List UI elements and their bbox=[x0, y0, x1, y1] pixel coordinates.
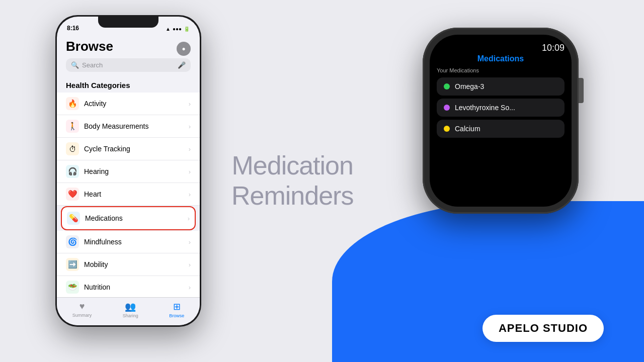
levo-dot bbox=[444, 105, 450, 111]
wifi-icon: ▲ bbox=[166, 26, 171, 32]
phone-mockup: 8:16 ▲ ●●● 🔋 Browse ● � bbox=[55, 15, 201, 327]
studio-badge: APELO STUDIO bbox=[482, 315, 604, 342]
summary-tab-icon: ♥ bbox=[79, 301, 85, 312]
list-item-mindfulness[interactable]: 🌀 Mindfulness › bbox=[57, 231, 200, 253]
watch-mockup: 10:09 Medications Your Medications Omega… bbox=[423, 28, 579, 214]
heart-label: Heart bbox=[84, 190, 189, 198]
activity-label: Activity bbox=[84, 100, 189, 108]
watch-body: 10:09 Medications Your Medications Omega… bbox=[423, 28, 579, 214]
section-header: Health Categories bbox=[57, 79, 200, 93]
tab-browse[interactable]: ⊞ Browse bbox=[169, 301, 184, 318]
studio-label: APELO STUDIO bbox=[499, 322, 588, 334]
phone-screen: 8:16 ▲ ●●● 🔋 Browse ● � bbox=[57, 17, 200, 325]
calcium-dot bbox=[444, 126, 450, 132]
app-content: Browse ● 🔍 Search 🎤 Health Categories bbox=[57, 35, 200, 297]
status-icons: ▲ ●●● 🔋 bbox=[166, 26, 190, 32]
list-item-body-measurements[interactable]: 🚶 Body Measurements › bbox=[57, 115, 200, 138]
signal-icon: ●●● bbox=[173, 26, 182, 32]
med-card-omega3[interactable]: Omega-3 bbox=[437, 77, 565, 96]
center-text-block: Medication Reminders bbox=[231, 151, 353, 211]
activity-icon: 🔥 bbox=[66, 97, 79, 110]
summary-tab-label: Summary bbox=[72, 313, 92, 318]
list-item-activity[interactable]: 🔥 Activity › bbox=[57, 93, 200, 115]
omega3-dot bbox=[444, 83, 450, 89]
cycle-tracking-label: Cycle Tracking bbox=[84, 145, 189, 153]
levo-name: Levothyroxine So... bbox=[455, 104, 515, 112]
chevron-icon: › bbox=[189, 191, 191, 198]
health-list: 🔥 Activity › 🚶 Body Measurements › ⏱ Cyc… bbox=[57, 93, 200, 297]
hearing-icon: 🎧 bbox=[66, 165, 79, 178]
chevron-icon: › bbox=[189, 261, 191, 268]
chevron-icon: › bbox=[189, 100, 191, 108]
list-item-cycle-tracking[interactable]: ⏱ Cycle Tracking › bbox=[57, 138, 200, 160]
tab-sharing[interactable]: 👥 Sharing bbox=[123, 301, 138, 318]
mindfulness-icon: 🌀 bbox=[66, 235, 79, 248]
mindfulness-label: Mindfulness bbox=[84, 238, 189, 246]
profile-button[interactable]: ● bbox=[177, 42, 191, 56]
chevron-icon: › bbox=[189, 238, 191, 246]
tab-summary[interactable]: ♥ Summary bbox=[72, 301, 92, 318]
body-measurements-label: Body Measurements bbox=[84, 122, 189, 130]
chevron-icon: › bbox=[189, 123, 191, 130]
browse-tab-label: Browse bbox=[169, 313, 184, 318]
chevron-icon: › bbox=[189, 284, 191, 291]
hearing-label: Hearing bbox=[84, 167, 189, 175]
medication-title-line2: Reminders bbox=[231, 181, 353, 211]
omega3-name: Omega-3 bbox=[455, 82, 484, 90]
list-item-mobility[interactable]: ➡️ Mobility › bbox=[57, 253, 200, 276]
tab-bar: ♥ Summary 👥 Sharing ⊞ Browse bbox=[57, 297, 200, 325]
mobility-label: Mobility bbox=[84, 260, 189, 268]
medications-label: Medications bbox=[85, 214, 188, 222]
body-measurements-icon: 🚶 bbox=[66, 120, 79, 133]
mobility-icon: ➡️ bbox=[66, 258, 79, 271]
sharing-tab-label: Sharing bbox=[123, 313, 138, 318]
phone-body: 8:16 ▲ ●●● 🔋 Browse ● � bbox=[55, 15, 201, 327]
nutrition-icon: 🥗 bbox=[66, 281, 79, 294]
search-placeholder-text: Search bbox=[82, 61, 175, 69]
med-card-levo[interactable]: Levothyroxine So... bbox=[437, 99, 565, 117]
profile-icon: ● bbox=[182, 45, 185, 52]
list-item-heart[interactable]: ❤️ Heart › bbox=[57, 183, 200, 206]
status-time: 8:16 bbox=[67, 25, 79, 32]
phone-notch bbox=[98, 17, 158, 28]
search-icon: 🔍 bbox=[71, 61, 79, 69]
list-item-hearing[interactable]: 🎧 Hearing › bbox=[57, 160, 200, 183]
chevron-icon: › bbox=[188, 215, 190, 222]
nutrition-label: Nutrition bbox=[84, 283, 189, 291]
heart-icon: ❤️ bbox=[66, 188, 79, 201]
list-item-medications[interactable]: 💊 Medications › bbox=[61, 206, 196, 230]
battery-icon: 🔋 bbox=[184, 26, 190, 32]
watch-subtitle: Your Medications bbox=[437, 67, 565, 73]
browse-tab-icon: ⊞ bbox=[173, 301, 181, 312]
watch-crown bbox=[579, 78, 584, 103]
browse-header-row: Browse ● bbox=[66, 39, 191, 58]
watch-screen: 10:09 Medications Your Medications Omega… bbox=[430, 35, 572, 207]
medications-icon: 💊 bbox=[67, 212, 80, 225]
watch-time: 10:09 bbox=[437, 43, 565, 53]
cycle-tracking-icon: ⏱ bbox=[66, 142, 79, 155]
chevron-icon: › bbox=[189, 145, 191, 153]
app-header: Browse ● 🔍 Search 🎤 bbox=[57, 35, 200, 79]
chevron-icon: › bbox=[189, 168, 191, 175]
search-bar[interactable]: 🔍 Search 🎤 bbox=[66, 58, 191, 72]
browse-title: Browse bbox=[66, 39, 113, 54]
watch-app-title: Medications bbox=[437, 54, 565, 63]
sharing-tab-icon: 👥 bbox=[125, 301, 136, 312]
calcium-name: Calcium bbox=[455, 125, 480, 133]
medication-title-line1: Medication bbox=[231, 151, 353, 181]
list-item-nutrition[interactable]: 🥗 Nutrition › bbox=[57, 276, 200, 297]
microphone-icon: 🎤 bbox=[178, 61, 186, 69]
med-card-calcium[interactable]: Calcium bbox=[437, 120, 565, 138]
